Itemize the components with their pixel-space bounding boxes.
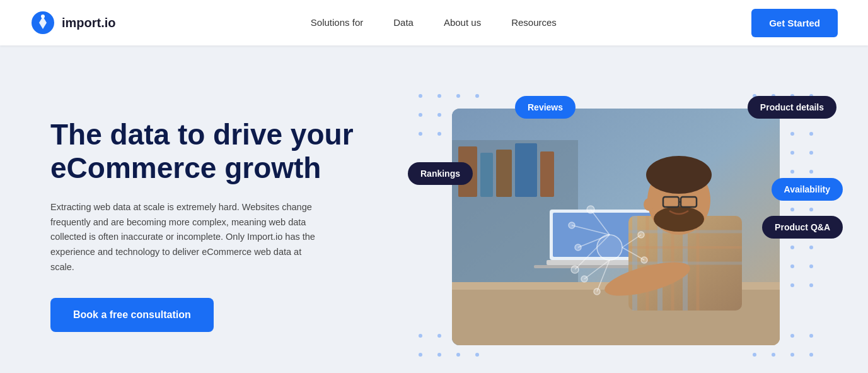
nav-item-data[interactable]: Data: [393, 17, 414, 28]
svg-point-51: [475, 353, 479, 357]
svg-point-100: [575, 244, 581, 251]
svg-point-101: [571, 266, 579, 273]
nav-link-about[interactable]: About us: [444, 17, 481, 28]
hero-title: The data to drive your eCommerce growth: [50, 118, 366, 185]
svg-rect-60: [496, 150, 512, 197]
svg-point-99: [569, 222, 575, 228]
svg-point-26: [790, 170, 794, 174]
svg-point-18: [419, 132, 422, 136]
svg-point-52: [753, 353, 756, 357]
svg-point-53: [772, 353, 775, 357]
nav-link-resources[interactable]: Resources: [511, 17, 557, 28]
nav-item-resources[interactable]: Resources: [511, 17, 557, 28]
svg-point-30: [790, 208, 794, 211]
svg-point-41: [437, 334, 441, 338]
label-product-details: Product details: [748, 96, 836, 119]
nav-link-data[interactable]: Data: [393, 17, 414, 28]
hero-left: The data to drive your eCommerce growth …: [50, 118, 366, 332]
label-reviews: Reviews: [515, 96, 576, 119]
svg-rect-62: [540, 151, 554, 197]
svg-point-38: [790, 283, 794, 287]
svg-point-11: [437, 113, 441, 117]
svg-point-39: [809, 283, 813, 287]
label-availability: Availability: [772, 178, 843, 201]
consultation-button[interactable]: Book a free consultation: [50, 298, 214, 332]
svg-point-49: [437, 353, 441, 357]
hero-section: The data to drive your eCommerce growth …: [0, 45, 868, 373]
svg-point-5: [475, 94, 479, 98]
svg-point-24: [790, 151, 794, 155]
svg-point-48: [419, 353, 422, 357]
svg-point-47: [809, 334, 813, 338]
nav-link-solutions[interactable]: Solutions for: [311, 17, 363, 28]
nav-item-about[interactable]: About us: [444, 17, 481, 28]
svg-rect-61: [515, 143, 537, 197]
hero-right: Reviews Product details Rankings Availab…: [414, 90, 818, 361]
svg-point-103: [594, 288, 600, 295]
svg-point-22: [790, 132, 794, 136]
svg-point-23: [809, 132, 813, 136]
svg-point-36: [790, 264, 794, 268]
svg-point-1: [41, 15, 45, 18]
svg-point-102: [581, 276, 587, 282]
hero-illustration: [452, 109, 780, 345]
svg-point-19: [437, 132, 441, 136]
nav-links: Solutions for Data About us Resources: [311, 17, 557, 28]
hero-description: Extracting web data at scale is extremel…: [50, 200, 328, 276]
svg-point-55: [809, 353, 813, 357]
logo-text: import.io: [62, 16, 116, 30]
label-product-qa: Product Q&A: [762, 216, 843, 239]
svg-point-2: [419, 94, 422, 98]
navbar: import.io Solutions for Data About us Re…: [0, 0, 868, 45]
svg-point-27: [809, 170, 813, 174]
logo[interactable]: import.io: [30, 10, 116, 35]
svg-point-98: [587, 206, 594, 213]
svg-point-50: [456, 353, 460, 357]
svg-point-4: [456, 94, 460, 98]
svg-point-105: [641, 257, 647, 263]
svg-point-3: [437, 94, 441, 98]
hero-image: [452, 109, 780, 345]
logo-icon: [30, 10, 55, 35]
nav-item-solutions[interactable]: Solutions for: [311, 17, 363, 28]
svg-point-37: [809, 264, 813, 268]
svg-point-35: [809, 246, 813, 249]
svg-point-31: [809, 208, 813, 211]
svg-point-10: [419, 113, 422, 117]
label-rankings: Rankings: [408, 162, 473, 185]
svg-point-34: [790, 246, 794, 249]
svg-point-104: [638, 232, 644, 238]
svg-point-83: [654, 206, 704, 232]
get-started-button[interactable]: Get Started: [751, 9, 838, 37]
svg-point-25: [809, 151, 813, 155]
svg-point-40: [419, 334, 422, 338]
svg-rect-59: [480, 153, 493, 197]
svg-point-54: [790, 353, 794, 357]
svg-point-46: [790, 334, 794, 338]
svg-point-87: [644, 198, 654, 211]
svg-point-82: [646, 156, 712, 194]
